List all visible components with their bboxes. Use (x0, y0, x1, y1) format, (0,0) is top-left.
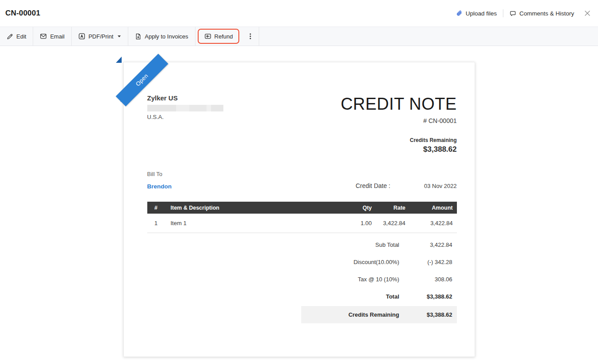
credits-remaining-row-label: Credits Remaining (301, 311, 399, 318)
col-header-rate: Rate (372, 205, 406, 211)
row-rate: 3,422.84 (372, 220, 406, 226)
table-header-row: # Item & Description Qty Rate Amount (147, 202, 457, 214)
comments-history-label: Comments & History (519, 10, 574, 17)
totals-section: Sub Total 3,422.84 Discount(10.00%) (-) … (301, 236, 457, 323)
credit-date-value: 03 Nov 2022 (391, 183, 457, 189)
comments-history-button[interactable]: Comments & History (510, 10, 574, 17)
paperclip-icon (456, 10, 463, 17)
company-block: Zylker US U.S.A. (147, 94, 223, 154)
page-title: CN-00001 (5, 9, 40, 18)
total-value: $3,388.62 (399, 293, 452, 300)
pdf-print-button[interactable]: PDF/Print (72, 27, 128, 46)
parties-section: Bill To Brendon Credit Date : 03 Nov 202… (147, 171, 457, 190)
customer-link[interactable]: Brendon (147, 183, 172, 190)
col-header-amount: Amount (406, 205, 453, 211)
total-row: Total $3,388.62 (301, 288, 457, 305)
close-icon (584, 10, 591, 17)
credit-date-label: Credit Date : (356, 182, 391, 189)
envelope-icon (40, 33, 47, 40)
col-header-item: Item & Description (165, 205, 332, 211)
comment-bubble-icon (510, 10, 516, 17)
apply-to-invoices-button[interactable]: Apply to Invoices (128, 27, 195, 46)
row-amount: 3,422.84 (406, 220, 453, 226)
discount-row: Discount(10.00%) (-) 342.28 (301, 253, 457, 271)
row-index: 1 (147, 220, 165, 226)
document-number: # CN-00001 (341, 117, 456, 124)
discount-label: Discount(10.00%) (301, 259, 399, 265)
pdf-icon (78, 33, 85, 40)
edit-label: Edit (16, 33, 26, 40)
tax-row: Tax @ 10 (10%) 308.06 (301, 271, 457, 288)
row-item-name: Item 1 (165, 220, 332, 226)
refund-highlight-ring: Refund (198, 29, 240, 44)
credits-remaining-value: $3,388.62 (341, 145, 456, 154)
company-country: U.S.A. (147, 114, 223, 120)
refund-button[interactable]: Refund (199, 33, 239, 40)
refund-label: Refund (215, 33, 233, 40)
vertical-ellipsis-icon (247, 33, 253, 40)
tax-label: Tax @ 10 (10%) (301, 276, 399, 283)
close-button[interactable] (583, 9, 592, 18)
upload-files-label: Upload files (466, 10, 497, 17)
subtotal-row: Sub Total 3,422.84 (301, 236, 457, 253)
col-header-qty: Qty (332, 205, 372, 211)
document-meta-block: CREDIT NOTE # CN-00001 Credits Remaining… (341, 94, 456, 154)
row-qty: 1.00 (332, 220, 372, 226)
upload-files-button[interactable]: Upload files (456, 10, 497, 17)
document-top-section: Zylker US U.S.A. CREDIT NOTE # CN-00001 … (147, 94, 457, 154)
tax-value: 308.06 (399, 276, 452, 283)
email-button[interactable]: Email (33, 27, 72, 46)
apply-invoice-icon (135, 33, 142, 40)
edit-button[interactable]: Edit (0, 27, 33, 46)
document-preview-area: Open Zylker US U.S.A. CREDIT NOTE # CN-0… (0, 46, 598, 357)
document-type-title: CREDIT NOTE (341, 94, 456, 114)
pencil-icon (7, 33, 13, 40)
email-label: Email (50, 33, 65, 40)
company-name: Zylker US (147, 94, 223, 102)
chevron-down-icon (117, 35, 121, 38)
header-actions: Upload files Comments & History (456, 9, 592, 18)
discount-value: (-) 342.28 (399, 259, 452, 265)
ribbon-fold-top (116, 57, 122, 63)
action-toolbar: Edit Email PDF/Print Apply to Invoices R… (0, 27, 598, 46)
credits-remaining-label: Credits Remaining (341, 137, 456, 143)
subtotal-label: Sub Total (301, 241, 399, 248)
bill-to-label: Bill To (147, 171, 172, 177)
refund-arrow-icon (204, 33, 211, 40)
apply-to-invoices-label: Apply to Invoices (145, 33, 188, 40)
more-actions-button[interactable] (242, 27, 259, 46)
bill-to-block: Bill To Brendon (147, 171, 172, 190)
pdf-print-label: PDF/Print (88, 33, 113, 40)
col-header-index: # (147, 205, 165, 211)
credits-remaining-row-value: $3,388.62 (399, 311, 452, 318)
credits-remaining-row: Credits Remaining $3,388.62 (301, 306, 457, 323)
total-label: Total (301, 293, 399, 300)
line-items-table: # Item & Description Qty Rate Amount 1 I… (147, 202, 457, 233)
redacted-address (147, 105, 223, 111)
header-divider (503, 9, 503, 17)
credit-note-preview: Open Zylker US U.S.A. CREDIT NOTE # CN-0… (123, 62, 475, 357)
page-header: CN-00001 Upload files Comments & History (0, 0, 598, 27)
credit-date-row: Credit Date : 03 Nov 2022 (356, 182, 457, 189)
table-row: 1 Item 1 1.00 3,422.84 3,422.84 (147, 214, 457, 233)
subtotal-value: 3,422.84 (399, 241, 452, 248)
